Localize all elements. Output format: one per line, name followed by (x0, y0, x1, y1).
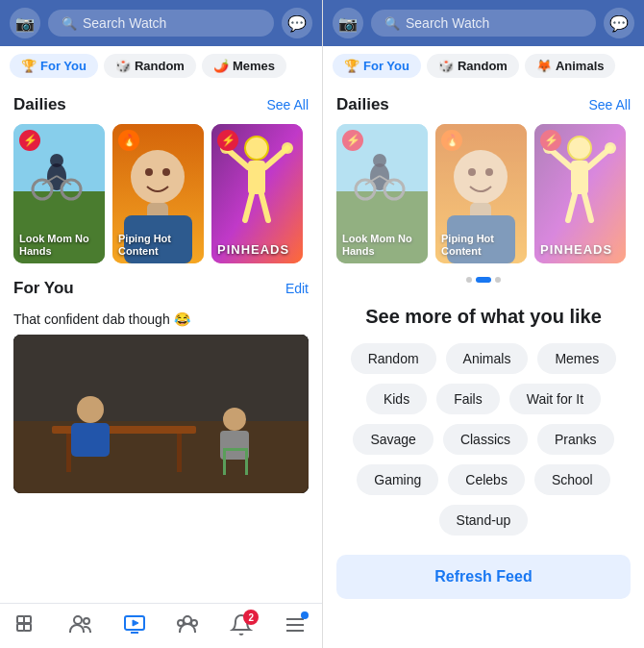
svg-point-46 (184, 616, 191, 624)
messenger-icon-btn-right[interactable]: 💬 (604, 8, 634, 38)
svg-point-62 (468, 168, 476, 176)
tag-random[interactable]: Random (351, 343, 436, 374)
svg-rect-39 (17, 624, 24, 631)
right-tabs-row: 🏆 For You 🎲 Random 🦊 Animals (323, 46, 644, 86)
tab-icon-for-you-right: 🏆 (344, 59, 359, 73)
left-top-bar: 📷 🔍 Search Watch 💬 (0, 0, 322, 46)
right-panel: 📷 🔍 Search Watch 💬 🏆 For You 🎲 Random 🦊 … (322, 0, 644, 648)
messenger-icon: 💬 (287, 14, 307, 33)
daily-card-right-2[interactable]: 🔥 Piping Hot Content (435, 124, 527, 263)
right-search-bar[interactable]: 🔍 Search Watch (371, 10, 596, 37)
nav-menu-left[interactable] (15, 613, 38, 636)
svg-point-74 (605, 142, 616, 154)
tag-classics[interactable]: Classics (443, 424, 528, 455)
camera-icon-btn[interactable]: 📷 (10, 8, 40, 38)
bottom-nav-left: 2 (0, 603, 322, 648)
tags-container: Random Animals Memes Kids Fails Wait for… (323, 343, 644, 536)
notification-badge-left: 2 (243, 610, 259, 625)
tab-icon-for-you-left: 🏆 (21, 59, 37, 73)
svg-rect-37 (17, 616, 24, 623)
camera-icon-btn-right[interactable]: 📷 (333, 8, 363, 38)
tag-pranks[interactable]: Pranks (537, 424, 614, 455)
svg-point-42 (84, 618, 89, 624)
see-all-dailies-left[interactable]: See All (266, 97, 309, 112)
tab-random-right[interactable]: 🎲 Random (427, 54, 519, 78)
tag-school[interactable]: School (534, 464, 610, 495)
see-all-dailies-right[interactable]: See All (588, 97, 631, 112)
svg-rect-38 (24, 616, 31, 623)
tag-animals[interactable]: Animals (446, 343, 529, 374)
progress-dot-1 (466, 277, 472, 283)
svg-marker-44 (133, 620, 138, 626)
tag-kids[interactable]: Kids (366, 384, 427, 414)
progress-dot-3 (495, 277, 501, 283)
tab-icon-random-right: 🎲 (438, 59, 454, 73)
refresh-feed-btn[interactable]: Refresh Feed (336, 555, 631, 599)
daily-badge-3: ⚡ (217, 130, 238, 151)
tag-fails[interactable]: Fails (436, 384, 500, 414)
svg-point-10 (145, 168, 153, 176)
svg-point-32 (223, 408, 246, 431)
post-video-thumb-left[interactable] (13, 335, 309, 493)
left-search-bar[interactable]: 🔍 Search Watch (48, 10, 274, 37)
post-content-left: That confident dab though 😂 (0, 304, 322, 499)
svg-rect-31 (71, 423, 110, 457)
progress-dot-2 (476, 277, 491, 283)
tab-memes-left[interactable]: 🌶️ Memes (202, 54, 286, 78)
post-text-left: That confident dab though 😂 (13, 312, 309, 327)
daily-card-label-2: Piping Hot Content (118, 233, 198, 258)
svg-point-63 (485, 168, 493, 176)
camera-icon: 📷 (15, 14, 35, 33)
messenger-icon-right: 💬 (609, 14, 629, 33)
messenger-icon-btn-left[interactable]: 💬 (282, 8, 312, 38)
nav-groups-left[interactable] (176, 613, 199, 636)
nav-people-left[interactable] (69, 613, 92, 636)
tag-standup[interactable]: Stand-up (439, 505, 529, 536)
nav-notifications-left[interactable]: 2 (230, 613, 253, 636)
daily-badge-right-2: 🔥 (441, 130, 462, 151)
left-search-text: Search Watch (83, 15, 166, 31)
daily-badge-right-1: ⚡ (342, 130, 363, 151)
svg-point-9 (131, 150, 185, 204)
tag-gaming[interactable]: Gaming (357, 464, 438, 495)
see-more-title: See more of what you like (323, 306, 644, 328)
tab-random-left[interactable]: 🎲 Random (104, 54, 196, 78)
tag-celebs[interactable]: Celebs (448, 464, 525, 495)
camera-icon-right: 📷 (338, 14, 358, 33)
daily-card-1[interactable]: ⚡ Look Mom No Hands (13, 124, 105, 263)
svg-point-67 (568, 137, 591, 160)
tab-for-you-left[interactable]: 🏆 For You (10, 54, 98, 78)
svg-rect-36 (245, 451, 248, 475)
dailies-title-left: Dailies (13, 95, 66, 114)
search-icon-right: 🔍 (384, 16, 400, 31)
daily-badge-1: ⚡ (19, 130, 40, 151)
tag-memes[interactable]: Memes (537, 343, 616, 374)
right-top-bar: 📷 🔍 Search Watch 💬 (323, 0, 644, 46)
tag-wait-for-it[interactable]: Wait for It (509, 384, 601, 414)
daily-card-label-right-2: Piping Hot Content (441, 233, 521, 258)
tag-savage[interactable]: Savage (353, 424, 433, 455)
tab-icon-memes-left: 🌶️ (213, 59, 229, 73)
svg-point-41 (74, 616, 82, 624)
nav-watch-left[interactable] (123, 613, 146, 636)
tab-for-you-right[interactable]: 🏆 For You (333, 54, 421, 78)
dailies-section-header-left: Dailies See All (0, 86, 322, 120)
tab-animals-right[interactable]: 🦊 Animals (525, 54, 616, 78)
progress-dots (323, 273, 644, 287)
nav-more-left[interactable] (284, 613, 307, 636)
edit-link-left[interactable]: Edit (285, 281, 309, 296)
svg-rect-16 (248, 161, 265, 194)
daily-card-right-1[interactable]: ⚡ Look Mom No Hands (336, 124, 428, 263)
daily-badge-right-3: ⚡ (540, 130, 561, 151)
see-more-overlay: See more of what you like Random Animals… (323, 287, 644, 648)
svg-rect-28 (66, 434, 71, 472)
svg-rect-34 (223, 448, 248, 451)
daily-badge-2: 🔥 (118, 130, 139, 151)
svg-point-30 (77, 396, 104, 423)
daily-card-3[interactable]: ⚡ PINHEADS (211, 124, 303, 263)
daily-card-label-1: Look Mom No Hands (19, 233, 99, 258)
svg-point-11 (162, 168, 170, 176)
svg-rect-25 (13, 335, 309, 421)
daily-card-right-3[interactable]: ⚡ PINHEADS (534, 124, 626, 263)
daily-card-2[interactable]: 🔥 Piping Hot Content (112, 124, 204, 263)
